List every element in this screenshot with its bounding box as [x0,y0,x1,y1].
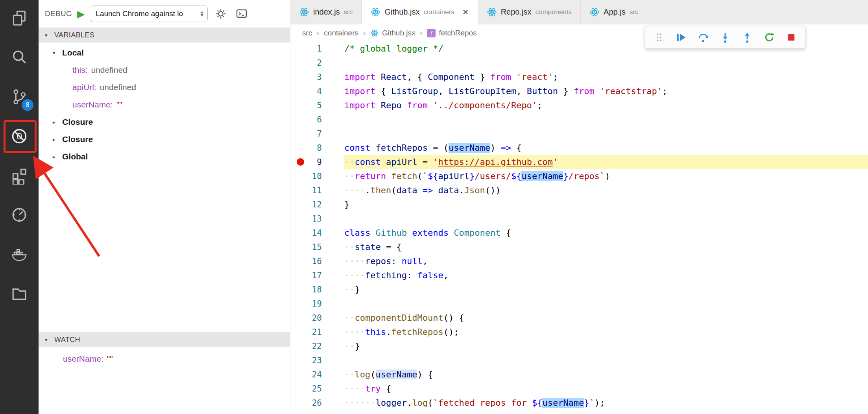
scope-closure[interactable]: ▸Closure [39,113,290,131]
breadcrumb-item-fetchRepos[interactable]: ƒfetchRepos [427,29,476,37]
breadcrumb-item-Github.jsx[interactable]: Github.jsx [370,29,415,37]
code-line-18[interactable]: 18··} [290,283,868,297]
step-out-button[interactable] [740,30,755,45]
activity-debug-icon[interactable] [8,125,30,147]
line-number[interactable]: 26 [290,396,344,410]
step-into-button[interactable] [718,30,733,45]
code-editor[interactable]: 1/* global logger */23import React, { Co… [290,42,868,414]
code-token: Component [454,228,500,238]
code-line-22[interactable]: 22··} [290,339,868,353]
line-number[interactable]: 18 [290,283,344,297]
line-number[interactable]: 19 [290,297,344,311]
scope-closure[interactable]: ▸Closure [39,131,290,148]
line-number[interactable]: 10 [290,169,344,183]
code-line-2[interactable]: 2 [290,56,868,70]
line-number[interactable]: 3 [290,70,344,84]
line-number[interactable]: 23 [290,353,344,368]
activity-folder-icon[interactable] [8,283,30,305]
line-number[interactable]: 1 [290,42,344,56]
code-line-16[interactable]: 16····repos: null, [290,254,868,268]
breadcrumb-separator-icon: › [363,29,366,37]
breadcrumb-item-containers[interactable]: containers [324,29,358,37]
line-number[interactable]: 14 [290,226,344,240]
code-line-3[interactable]: 3import React, { Component } from 'react… [290,70,868,84]
start-debugging-icon[interactable]: ▶ [77,8,85,20]
debug-config-select[interactable]: Launch Chrome against lo ▲▼ [90,6,208,22]
line-number[interactable]: 20 [290,311,344,325]
activity-docker-icon[interactable] [8,243,30,265]
line-number[interactable]: 17 [290,268,344,283]
code-token: } [558,86,574,96]
restart-button[interactable] [762,30,777,45]
line-number[interactable]: 15 [290,240,344,254]
continue-button[interactable] [674,30,689,45]
line-number[interactable]: 7 [290,127,344,141]
code-line-8[interactable]: 8const fetchRepos = (userName) => { [290,141,868,155]
variable-userName[interactable]: userName:"" [39,96,290,113]
tab-index.js[interactable]: index.jssrc [290,0,362,24]
code-line-9[interactable]: 9··const apiUrl = 'https://api.github.co… [290,155,868,169]
line-number[interactable]: 5 [290,98,344,113]
scope-local[interactable]: ▾Local [39,44,290,61]
line-number[interactable]: 8 [290,141,344,155]
code-line-12[interactable]: 12} [290,198,868,212]
code-line-13[interactable]: 13 [290,212,868,226]
tab-App.js[interactable]: App.jssrc [581,0,647,24]
variable-apiUrl[interactable]: apiUrl:undefined [39,79,290,96]
code-line-21[interactable]: 21····this.fetchRepos(); [290,325,868,339]
line-number[interactable]: 21 [290,325,344,339]
line-number[interactable]: 6 [290,113,344,127]
code-line-24[interactable]: 24··log(userName) { [290,368,868,382]
code-line-23[interactable]: 23 [290,353,868,368]
line-number[interactable]: 12 [290,198,344,212]
code-line-26[interactable]: 26······logger.log(`fetched repos for ${… [290,396,868,410]
line-number[interactable]: 9 [290,155,344,169]
code-line-20[interactable]: 20··componentDidMount() { [290,311,868,325]
close-icon[interactable]: ✕ [462,7,469,17]
breakpoint-icon[interactable] [297,158,304,166]
code-line-5[interactable]: 5import Repo from '../components/Repo'; [290,98,868,113]
tab-Github.jsx[interactable]: Github.jsxcontainers✕ [362,0,478,24]
line-number[interactable]: 11 [290,183,344,198]
code-line-4[interactable]: 4import { ListGroup, ListGroupItem, Butt… [290,84,868,98]
activity-gauge-icon[interactable] [8,204,30,226]
activity-source-control-icon[interactable]: 8 [8,86,30,108]
activity-extensions-icon[interactable] [8,164,30,187]
breadcrumb-item-src[interactable]: src [302,29,312,37]
debug-settings-button[interactable] [213,6,229,22]
code-token: ListGroupItem [449,86,516,96]
stop-button[interactable] [784,30,799,45]
variables-section-header[interactable]: ▾ VARIABLES [39,28,290,43]
variable-userName[interactable]: userName:"" [39,350,290,368]
code-line-19[interactable]: 19 [290,297,868,311]
debug-console-button[interactable] [234,6,249,22]
line-number[interactable]: 22 [290,339,344,353]
code-line-7[interactable]: 7 [290,127,868,141]
debug-panel-header: DEBUG ▶ Launch Chrome against lo ▲▼ [39,0,290,28]
code-line-10[interactable]: 10··return fetch(`${apiUrl}/users/${user… [290,169,868,183]
line-number[interactable]: 4 [290,84,344,98]
code-line-6[interactable]: 6 [290,113,868,127]
code-token: '../components/Repo' [433,100,537,110]
line-number[interactable]: 13 [290,212,344,226]
watch-section-header[interactable]: ▾ WATCH [39,332,290,347]
line-number[interactable]: 24 [290,368,344,382]
code-text: ··log(userName) { [344,368,868,382]
code-line-11[interactable]: 11····.then(data => data.Json()) [290,183,868,198]
code-line-15[interactable]: 15··state = { [290,240,868,254]
code-token: then [370,185,391,195]
code-line-14[interactable]: 14class Github extends Component { [290,226,868,240]
line-number[interactable]: 25 [290,382,344,396]
code-token: import [344,100,375,110]
code-token: ; [662,86,667,96]
line-number[interactable]: 16 [290,254,344,268]
scope-global[interactable]: ▸Global [39,148,290,165]
activity-search-icon[interactable] [8,46,30,68]
code-line-17[interactable]: 17····fetching: false, [290,268,868,283]
step-over-button[interactable] [696,30,711,45]
tab-Repo.jsx[interactable]: Repo.jsxcomponents [478,0,581,24]
variable-this[interactable]: this:undefined [39,61,290,79]
activity-explorer-icon[interactable] [8,7,30,29]
code-line-25[interactable]: 25····try { [290,382,868,396]
line-number[interactable]: 2 [290,56,344,70]
